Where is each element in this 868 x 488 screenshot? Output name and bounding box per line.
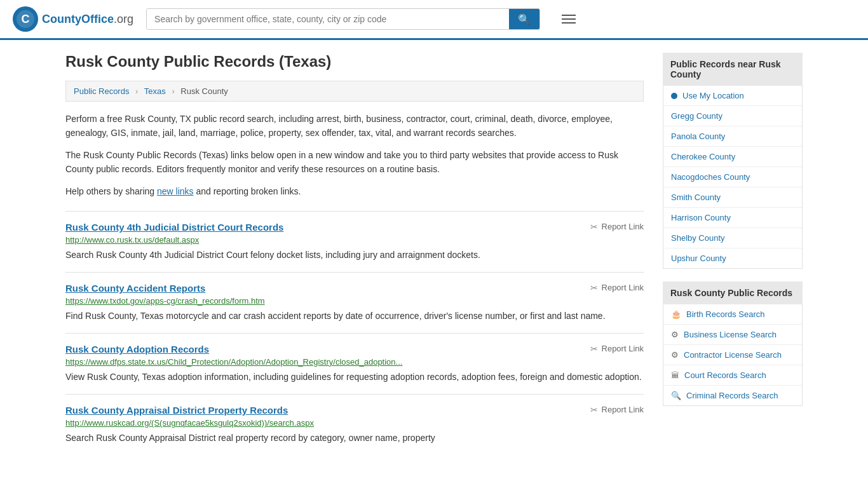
record-desc: Search Rusk County 4th Judicial District…: [65, 248, 644, 262]
new-links[interactable]: new links: [157, 186, 194, 196]
sidebar-use-location[interactable]: Use My Location: [663, 86, 802, 106]
record-header: Rusk County Accident Reports ✂ Report Li…: [65, 283, 644, 294]
search-icon: 🔍: [518, 14, 531, 25]
menu-button[interactable]: [559, 12, 578, 26]
sharing-before: Help others by sharing: [65, 186, 157, 196]
logo-icon: C: [13, 6, 38, 32]
panola-county-link[interactable]: Panola County: [663, 126, 802, 146]
menu-line: [562, 22, 576, 24]
sidebar-item-cherokee[interactable]: Cherokee County: [663, 147, 802, 167]
report-link-label: Report Link: [602, 283, 644, 292]
upshur-county-link[interactable]: Upshur County: [663, 248, 802, 268]
birth-icon: 🎂: [671, 309, 681, 319]
sidebar-records-heading: Rusk County Public Records: [663, 281, 803, 304]
sidebar-records-section: Rusk County Public Records 🎂 Birth Recor…: [663, 281, 803, 406]
description2: The Rusk County Public Records (Texas) l…: [65, 148, 644, 177]
report-link-label: Report Link: [602, 222, 644, 231]
sidebar-item-smith[interactable]: Smith County: [663, 187, 802, 208]
shelby-county-link[interactable]: Shelby County: [663, 228, 802, 248]
logo-text: CountyOffice.org: [42, 13, 133, 26]
search-button[interactable]: 🔍: [509, 9, 539, 29]
search-bar: 🔍: [146, 8, 540, 30]
menu-line: [562, 18, 576, 20]
contractor-icon: ⚙: [671, 350, 679, 360]
sidebar-item-contractor[interactable]: ⚙ Contractor License Search: [663, 345, 802, 365]
smith-county-link[interactable]: Smith County: [663, 187, 802, 207]
svg-text:C: C: [22, 13, 30, 25]
harrison-county-link[interactable]: Harrison County: [663, 208, 802, 227]
breadcrumb-sep2: ›: [172, 86, 174, 96]
record-header: Rusk County Adoption Records ✂ Report Li…: [65, 344, 644, 355]
breadcrumb-sep: ›: [135, 86, 138, 96]
report-icon: ✂: [590, 222, 598, 232]
sidebar-item-criminal[interactable]: 🔍 Criminal Records Search: [663, 386, 802, 405]
breadcrumb-rusk-county: Rusk County: [180, 86, 227, 96]
record-title[interactable]: Rusk County 4th Judicial District Court …: [65, 222, 283, 233]
sharing-after: and reporting broken links.: [194, 186, 301, 196]
court-icon: 🏛: [671, 370, 679, 380]
record-url[interactable]: http://www.co.rusk.tx.us/default.aspx: [65, 235, 644, 245]
record-entry: Rusk County Accident Reports ✂ Report Li…: [65, 272, 644, 333]
sidebar: Public Records near Rusk County Use My L…: [663, 53, 803, 455]
use-location-link[interactable]: Use My Location: [663, 86, 802, 105]
breadcrumb-texas[interactable]: Texas: [144, 86, 166, 96]
main-container: Rusk County Public Records (Texas) Publi…: [53, 40, 815, 468]
report-link-label: Report Link: [602, 344, 644, 353]
record-desc: View Rusk County, Texas adoption informa…: [65, 370, 644, 384]
report-link[interactable]: ✂ Report Link: [590, 405, 644, 415]
cherokee-county-link[interactable]: Cherokee County: [663, 147, 802, 166]
record-header: Rusk County 4th Judicial District Court …: [65, 222, 644, 233]
sidebar-nearby-section: Public Records near Rusk County Use My L…: [663, 53, 803, 269]
report-link-label: Report Link: [602, 405, 644, 414]
breadcrumb-public-records[interactable]: Public Records: [74, 86, 129, 96]
sidebar-nearby-heading: Public Records near Rusk County: [663, 53, 803, 86]
sidebar-item-birth[interactable]: 🎂 Birth Records Search: [663, 304, 802, 325]
sidebar-item-nacogdoches[interactable]: Nacogdoches County: [663, 167, 802, 187]
report-icon: ✂: [590, 344, 598, 354]
record-title[interactable]: Rusk County Accident Reports: [65, 283, 205, 294]
sidebar-item-shelby[interactable]: Shelby County: [663, 228, 802, 248]
sidebar-records-list: 🎂 Birth Records Search ⚙ Business Licens…: [663, 304, 803, 406]
header: C CountyOffice.org 🔍: [0, 0, 868, 40]
breadcrumb: Public Records › Texas › Rusk County: [65, 81, 644, 102]
record-title[interactable]: Rusk County Appraisal District Property …: [65, 405, 288, 416]
record-url[interactable]: https://www.txdot.gov/apps-cg/crash_reco…: [65, 296, 644, 306]
description1: Perform a free Rusk County, TX public re…: [65, 112, 644, 140]
sidebar-item-panola[interactable]: Panola County: [663, 126, 802, 147]
report-link[interactable]: ✂ Report Link: [590, 344, 644, 354]
menu-line: [562, 15, 576, 16]
business-license-link[interactable]: ⚙ Business License Search: [663, 325, 802, 344]
content-area: Rusk County Public Records (Texas) Publi…: [65, 53, 644, 455]
record-url[interactable]: http://www.ruskcad.org/(S(sugnqfacae5ksg…: [65, 418, 644, 428]
sidebar-item-business[interactable]: ⚙ Business License Search: [663, 325, 802, 345]
sidebar-item-harrison[interactable]: Harrison County: [663, 208, 802, 228]
page-title: Rusk County Public Records (Texas): [65, 53, 644, 71]
report-link[interactable]: ✂ Report Link: [590, 283, 644, 293]
birth-records-link[interactable]: 🎂 Birth Records Search: [663, 304, 802, 324]
record-header: Rusk County Appraisal District Property …: [65, 405, 644, 416]
criminal-records-link[interactable]: 🔍 Criminal Records Search: [663, 386, 802, 405]
record-desc: Search Rusk County Appraisal District re…: [65, 431, 644, 445]
sidebar-item-gregg[interactable]: Gregg County: [663, 106, 802, 126]
records-list: Rusk County 4th Judicial District Court …: [65, 211, 644, 455]
court-records-link[interactable]: 🏛 Court Records Search: [663, 365, 802, 385]
nacogdoches-county-link[interactable]: Nacogdoches County: [663, 167, 802, 187]
gregg-county-link[interactable]: Gregg County: [663, 106, 802, 126]
sidebar-item-upshur[interactable]: Upshur County: [663, 248, 802, 268]
report-icon: ✂: [590, 405, 598, 415]
sidebar-item-court[interactable]: 🏛 Court Records Search: [663, 365, 802, 386]
search-input[interactable]: [147, 9, 509, 29]
record-title[interactable]: Rusk County Adoption Records: [65, 344, 209, 355]
logo[interactable]: C CountyOffice.org: [13, 6, 133, 32]
record-entry: Rusk County Adoption Records ✂ Report Li…: [65, 333, 644, 394]
report-icon: ✂: [590, 283, 598, 293]
contractor-license-link[interactable]: ⚙ Contractor License Search: [663, 345, 802, 365]
record-entry: Rusk County 4th Judicial District Court …: [65, 211, 644, 272]
record-url[interactable]: https://www.dfps.state.tx.us/Child_Prote…: [65, 357, 644, 367]
sidebar-nearby-list: Use My Location Gregg County Panola Coun…: [663, 86, 803, 269]
record-entry: Rusk County Appraisal District Property …: [65, 394, 644, 455]
criminal-icon: 🔍: [671, 391, 681, 400]
report-link[interactable]: ✂ Report Link: [590, 222, 644, 232]
business-icon: ⚙: [671, 330, 679, 339]
record-desc: Find Rusk County, Texas motorcycle and c…: [65, 309, 644, 323]
